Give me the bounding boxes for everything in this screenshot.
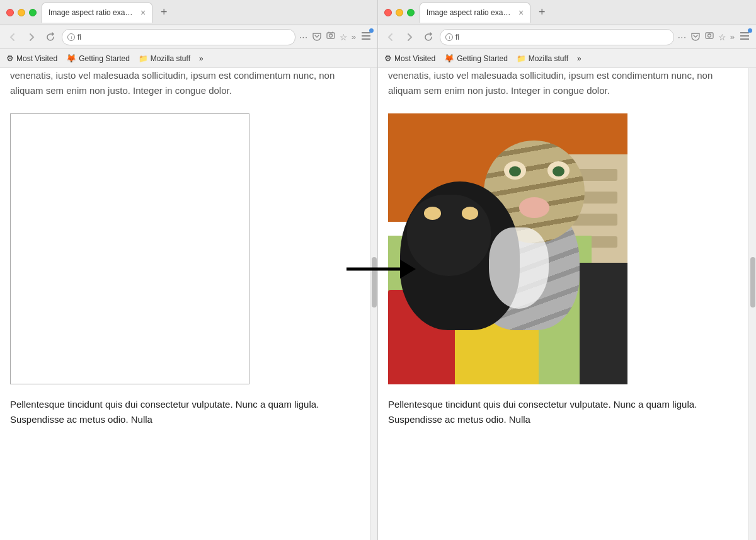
left-star-icon[interactable]: ☆ [340,32,348,42]
right-chevron-icon[interactable]: » [730,32,735,42]
left-new-tab-button[interactable]: + [155,4,173,21]
right-bookmark-most-visited[interactable]: ⚙ Most Visited [384,54,435,63]
right-notification-badge [748,28,752,33]
svg-marker-8 [400,260,416,279]
left-bookmark-mozilla[interactable]: 📁 Mozilla stuff [139,54,190,63]
right-mozilla-label: Mozilla stuff [529,54,568,63]
left-title-bar: Image aspect ratio example × + [0,0,377,25]
right-lorem-bottom: Pellentesque tincidunt quis dui consecte… [388,397,738,427]
left-bookmark-getting-started[interactable]: 🦊 Getting Started [66,54,130,63]
left-scrollbar[interactable] [370,68,377,540]
right-content-area: venenatis, iusto vel malesuada sollicitu… [378,68,756,540]
right-active-tab[interactable]: Image aspect ratio example × [420,3,530,23]
pupil-right [553,166,564,176]
right-scrollbar-thumb[interactable] [750,257,755,307]
left-page-content: venenatis, iusto vel malesuada sollicitu… [0,68,370,540]
right-address-icons: ··· ☆ » [678,31,735,43]
cat-chest [489,227,549,309]
right-back-button[interactable] [383,30,398,45]
left-pocket-icon[interactable] [312,31,322,43]
left-forward-button[interactable] [24,30,39,45]
left-bookmark-more[interactable]: » [199,54,203,63]
left-tab-close-icon[interactable]: × [140,8,146,17]
left-notification-badge [369,28,374,33]
dark-item [580,263,627,385]
svg-rect-2 [327,33,335,38]
right-lorem-top: venenatis, iusto vel malesuada sollicitu… [388,68,738,98]
svg-rect-11 [706,33,713,38]
right-pocket-icon[interactable] [690,31,701,43]
right-folder-icon: 📁 [517,54,526,63]
right-star-icon[interactable]: ☆ [718,32,726,42]
left-minimize-button[interactable] [18,9,25,16]
left-info-icon: i [67,33,75,41]
right-screenshot-icon[interactable] [704,31,714,43]
left-browser-window: Image aspect ratio example × + i [0,0,378,540]
right-firefox-icon: 🦊 [444,54,454,63]
arrow-svg [340,253,416,285]
left-maximize-button[interactable] [29,9,37,16]
right-bookmark-more[interactable]: » [577,54,581,63]
svg-text:i: i [71,35,72,40]
left-bookmark-most-visited[interactable]: ⚙ Most Visited [6,54,57,63]
left-getting-started-label: Getting Started [79,54,130,63]
right-new-tab-button[interactable]: + [533,4,551,21]
left-folder-icon: 📁 [139,54,148,63]
right-page-content: venenatis, iusto vel malesuada sollicitu… [378,68,748,540]
right-maximize-button[interactable] [407,9,415,16]
right-gear-icon: ⚙ [384,54,392,63]
right-minimize-button[interactable] [396,9,403,16]
left-notification-area [360,30,372,45]
arrow-container [340,253,416,287]
left-address-icons: ··· ☆ » [299,31,356,43]
black-cat-head [407,195,491,276]
right-bookmark-mozilla[interactable]: 📁 Mozilla stuff [517,54,568,63]
right-address-bar: i fi ··· ☆ » [378,25,756,49]
left-lorem-bottom: Pellentesque tincidunt quis dui consecte… [10,397,360,427]
right-tab-title: Image aspect ratio example [427,8,515,17]
left-more-icon[interactable]: ··· [299,32,308,42]
black-cat-eye-right [462,207,479,220]
svg-point-3 [329,34,332,37]
left-more-bookmarks-label: » [199,54,203,63]
left-tab-area: Image aspect ratio example × + [42,3,371,23]
right-reload-button[interactable] [421,30,436,45]
left-mozilla-label: Mozilla stuff [151,54,190,63]
right-tab-area: Image aspect ratio example × + [420,3,750,23]
right-forward-button[interactable] [402,30,417,45]
right-browser-window: Image aspect ratio example × + i [378,0,756,540]
right-address-field[interactable]: i fi [440,29,674,45]
svg-text:i: i [449,35,450,40]
right-address-text: fi [455,33,459,42]
left-back-button[interactable] [5,30,20,45]
right-most-visited-label: Most Visited [394,54,435,63]
right-bookmarks-bar: ⚙ Most Visited 🦊 Getting Started 📁 Mozil… [378,49,756,68]
left-bookmarks-bar: ⚙ Most Visited 🦊 Getting Started 📁 Mozil… [0,49,377,68]
left-lorem-top: venenatis, iusto vel malesuada sollicitu… [10,68,360,98]
right-cat-image [388,113,627,384]
left-content-area: venenatis, iusto vel malesuada sollicitu… [0,68,377,540]
right-bookmark-getting-started[interactable]: 🦊 Getting Started [444,54,508,63]
right-more-icon[interactable]: ··· [678,32,687,42]
left-chevron-icon[interactable]: » [352,32,356,42]
left-reload-button[interactable] [43,30,58,45]
left-most-visited-label: Most Visited [16,54,57,63]
right-scrollbar[interactable] [748,68,756,540]
right-close-button[interactable] [384,9,392,16]
left-screenshot-icon[interactable] [326,31,336,43]
pupil-left [509,166,521,176]
right-tab-close-icon[interactable]: × [518,8,524,17]
right-notification-area [738,30,751,45]
right-title-bar: Image aspect ratio example × + [378,0,756,25]
right-getting-started-label: Getting Started [457,54,508,63]
left-address-field[interactable]: i fi [62,29,295,45]
left-active-tab[interactable]: Image aspect ratio example × [42,3,152,23]
left-close-button[interactable] [6,9,14,16]
left-tab-title: Image aspect ratio example [49,8,137,17]
left-gear-icon: ⚙ [6,54,14,63]
left-traffic-lights [6,9,37,16]
left-address-text: fi [77,33,81,42]
left-firefox-icon: 🦊 [66,54,76,63]
svg-point-12 [707,34,711,37]
left-image-placeholder [10,113,249,384]
